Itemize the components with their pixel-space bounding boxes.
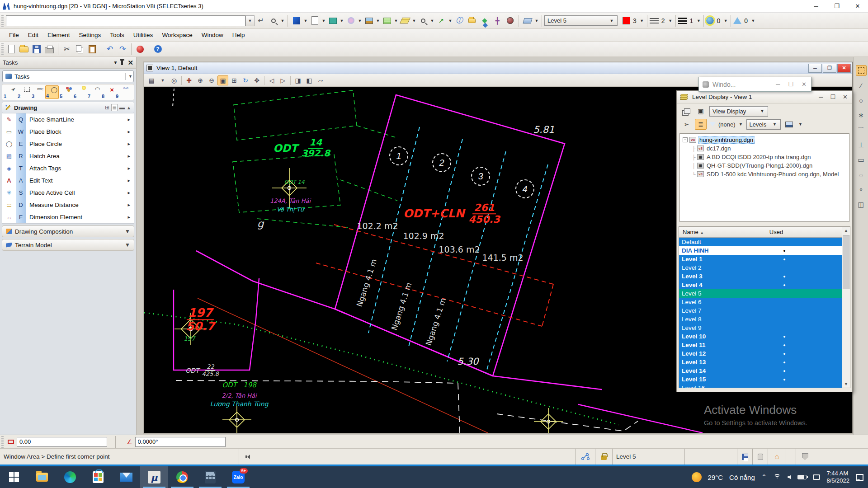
polygon-tool-icon[interactable]: ▭	[856, 155, 867, 165]
menu-tools[interactable]: Tools	[105, 30, 129, 40]
task-2-fence[interactable]: 2	[17, 85, 31, 99]
red-sphere-icon[interactable]	[134, 43, 146, 55]
change-display-caret[interactable]: ▼	[798, 122, 803, 127]
keyin-send-icon[interactable]: ↵	[255, 15, 267, 27]
layers-icon[interactable]	[399, 15, 411, 27]
cell-tool-icon[interactable]: ∗	[856, 110, 867, 121]
view-minimize-button[interactable]: ─	[808, 64, 822, 73]
new-file-icon[interactable]	[5, 43, 17, 55]
layers-caret[interactable]: ▼	[411, 19, 417, 23]
start-button[interactable]	[0, 466, 28, 488]
tree-item-ref1[interactable]: ├v8 dc17.dgn	[681, 144, 848, 153]
tree-item-ref3[interactable]: ├▦ QH-GT-SDD(VTruong-Plong1-2000).dgn	[681, 161, 848, 170]
level-row-13[interactable]: Level 13●	[679, 358, 842, 366]
view-restore-button[interactable]: ❐	[823, 64, 836, 73]
level-row-9[interactable]: Level 9	[679, 324, 842, 332]
apply-to-selected-icon[interactable]: ▣	[695, 106, 707, 117]
snap-mode-icon[interactable]	[575, 449, 595, 465]
save-icon[interactable]	[31, 43, 42, 55]
tasks-close-icon[interactable]: ✕	[127, 59, 133, 67]
dialog-template-icon[interactable]	[327, 15, 339, 27]
tool-dimension-element[interactable]: ↔ F Dimension Element▸	[2, 211, 134, 223]
tool-attach-tags[interactable]: ◈ T Attach Tags▸	[2, 162, 134, 174]
paste-icon[interactable]	[86, 43, 98, 55]
minimize-button[interactable]: ─	[806, 0, 826, 13]
zoom-star-caret[interactable]: ▼	[429, 19, 435, 23]
tree-item-ref2[interactable]: ├▦ A BD DCQHSDD 2020-tp nha trang.dgn	[681, 153, 848, 161]
design-history-icon[interactable]	[752, 449, 768, 465]
no-sphere-icon[interactable]	[504, 15, 516, 27]
save-status-icon[interactable]	[737, 449, 752, 465]
angle-input[interactable]	[135, 437, 226, 447]
tool-place-circle[interactable]: ◯ E Place Circle▸	[2, 138, 134, 150]
clock[interactable]: 7:44 AM 8/5/2022	[826, 470, 849, 484]
exchange-icon[interactable]	[479, 15, 491, 27]
level-row-10[interactable]: Level 10●	[679, 332, 842, 341]
scroll-down-icon[interactable]: ▼	[842, 380, 850, 388]
tool-edit-text[interactable]: A A Edit Text▸	[2, 174, 134, 187]
popset-icon[interactable]	[522, 15, 533, 27]
task-6-bulb[interactable]: 6	[73, 85, 87, 99]
line-tool-icon[interactable]: ∕	[856, 80, 867, 91]
levels-books-icon[interactable]	[381, 15, 393, 27]
task-4-window[interactable]: ◯4	[45, 85, 59, 99]
layout-grid-icon[interactable]: ⊞	[105, 104, 109, 111]
element-template-icon[interactable]	[291, 15, 302, 27]
dialog-caret[interactable]: ▼	[339, 19, 344, 23]
arc-tool-icon[interactable]: ⌒	[856, 125, 867, 136]
connect-icon[interactable]	[813, 474, 820, 480]
copy-view-icon[interactable]: ◨	[292, 75, 303, 85]
menu-element[interactable]: Element	[43, 30, 75, 40]
task-8-delete[interactable]: ×8	[101, 85, 115, 99]
menu-workspace[interactable]: Workspace	[157, 30, 197, 40]
zoom-in-icon[interactable]: ⊕	[195, 75, 206, 85]
template-caret[interactable]: ▼	[303, 19, 308, 23]
menu-utilities[interactable]: Utilities	[129, 30, 158, 40]
level-row-6[interactable]: Level 6	[679, 298, 842, 306]
menu-help[interactable]: Help	[228, 30, 250, 40]
action-center-icon[interactable]	[856, 474, 863, 481]
scroll-thumb[interactable]	[843, 235, 849, 289]
toolbar-grip[interactable]	[1, 15, 4, 27]
dialog-close-icon[interactable]: ✕	[843, 94, 848, 100]
close-button[interactable]: ✕	[847, 0, 868, 13]
menu-file[interactable]: File	[5, 30, 24, 40]
change-display-icon[interactable]	[783, 119, 795, 130]
view-display-style-icon[interactable]: ◎	[169, 75, 179, 85]
zoom-star-icon[interactable]	[417, 15, 429, 27]
active-color-swatch[interactable]	[623, 17, 630, 24]
active-level-combo[interactable]: Level 5▼	[544, 15, 618, 26]
measure-tool-icon[interactable]: ◫	[856, 199, 867, 210]
level-row-4[interactable]: Level 4●	[679, 281, 842, 289]
view-attributes-caret[interactable]: ▼	[157, 75, 168, 85]
accusnap-icon[interactable]: ╋	[491, 15, 503, 27]
tasks-combo[interactable]: Tasks ▼	[2, 70, 134, 82]
view-attributes-icon[interactable]: ▤	[146, 75, 157, 85]
new-template-icon[interactable]	[309, 15, 321, 27]
mini-close-icon[interactable]: ✕	[802, 81, 807, 88]
display-mode-combo[interactable]: View Display▼	[709, 106, 768, 117]
level-row-diahinh[interactable]: DIA HINH●	[679, 246, 842, 255]
priority-caret[interactable]: ▼	[750, 19, 756, 23]
line-style-caret[interactable]: ▼	[668, 19, 673, 23]
tool-place-active-cell[interactable]: ✳ S Place Active Cell▸	[2, 187, 134, 199]
distance-input[interactable]	[17, 437, 107, 447]
level-row-8[interactable]: Level 8	[679, 315, 842, 324]
tree-item-root[interactable]: − v8 hung-vinhtruong.dgn	[681, 136, 848, 144]
popset-caret[interactable]: ▼	[534, 19, 539, 23]
level-display-titlebar[interactable]: Level Display - View 1 ─ ☐ ✕	[677, 91, 852, 103]
zalo-button[interactable]: Zalo5+	[224, 466, 252, 488]
modify-tool-icon[interactable]: ◌	[856, 169, 867, 180]
level-list-header[interactable]: Name ▲ Used	[679, 227, 850, 238]
clip-mask-icon[interactable]: ▱	[315, 75, 326, 85]
element-selection-icon[interactable]	[856, 65, 867, 76]
clip-volume-icon[interactable]: ◧	[304, 75, 315, 85]
cut-icon[interactable]: ✂	[61, 43, 73, 55]
transparency-caret[interactable]: ▼	[723, 19, 728, 23]
menu-window[interactable]: Window	[197, 30, 228, 40]
level-row-default[interactable]: Default	[679, 238, 842, 246]
layout-list-icon[interactable]: ≣	[111, 104, 118, 111]
window-area-icon[interactable]: ▣	[217, 75, 228, 85]
fence-home-icon[interactable]: ⌂	[768, 449, 786, 465]
level-row-5-active[interactable]: Level 5	[679, 289, 842, 298]
